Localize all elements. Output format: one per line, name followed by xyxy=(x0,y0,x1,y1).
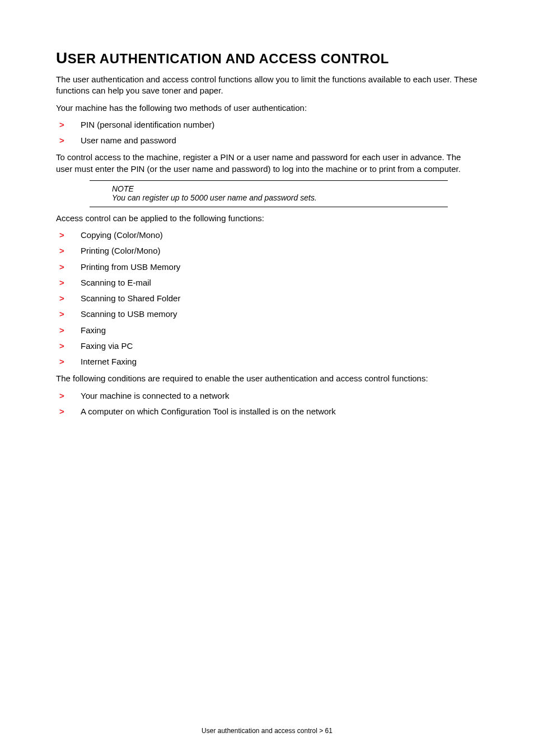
heading-first: U xyxy=(56,49,68,67)
list-item: PIN (personal identification number) xyxy=(56,119,478,130)
page-footer: User authentication and access control >… xyxy=(0,727,534,735)
note-text: You can register up to 5000 user name an… xyxy=(112,193,448,202)
page-content: USER AUTHENTICATION AND ACCESS CONTROL T… xyxy=(0,0,534,756)
list-auth-methods: PIN (personal identification number) Use… xyxy=(56,119,478,147)
list-item: Printing from USB Memory xyxy=(56,262,478,273)
paragraph-methods: Your machine has the following two metho… xyxy=(56,102,478,114)
list-item: Faxing xyxy=(56,325,478,336)
list-item: Scanning to Shared Folder xyxy=(56,293,478,304)
list-item: Scanning to USB memory xyxy=(56,309,478,320)
list-item: Printing (Color/Mono) xyxy=(56,245,478,256)
page-heading: USER AUTHENTICATION AND ACCESS CONTROL xyxy=(56,49,478,67)
list-item: User name and password xyxy=(56,135,478,146)
paragraph-conditions: The following conditions are required to… xyxy=(56,373,478,384)
note-block: NOTE You can register up to 5000 user na… xyxy=(90,180,448,207)
paragraph-intro: The user authentication and access contr… xyxy=(56,74,478,97)
list-item: Your machine is connected to a network xyxy=(56,390,478,402)
paragraph-functions: Access control can be applied to the fol… xyxy=(56,213,478,224)
list-conditions: Your machine is connected to a network A… xyxy=(56,390,478,418)
list-item: Copying (Color/Mono) xyxy=(56,230,478,241)
list-item: Scanning to E-mail xyxy=(56,277,478,288)
heading-rest: SER AUTHENTICATION AND ACCESS CONTROL xyxy=(68,51,389,66)
list-item: Faxing via PC xyxy=(56,340,478,352)
note-title: NOTE xyxy=(112,184,448,193)
paragraph-control: To control access to the machine, regist… xyxy=(56,152,478,175)
list-item: A computer on which Configuration Tool i… xyxy=(56,406,478,417)
list-functions: Copying (Color/Mono) Printing (Color/Mon… xyxy=(56,230,478,367)
list-item: Internet Faxing xyxy=(56,356,478,367)
